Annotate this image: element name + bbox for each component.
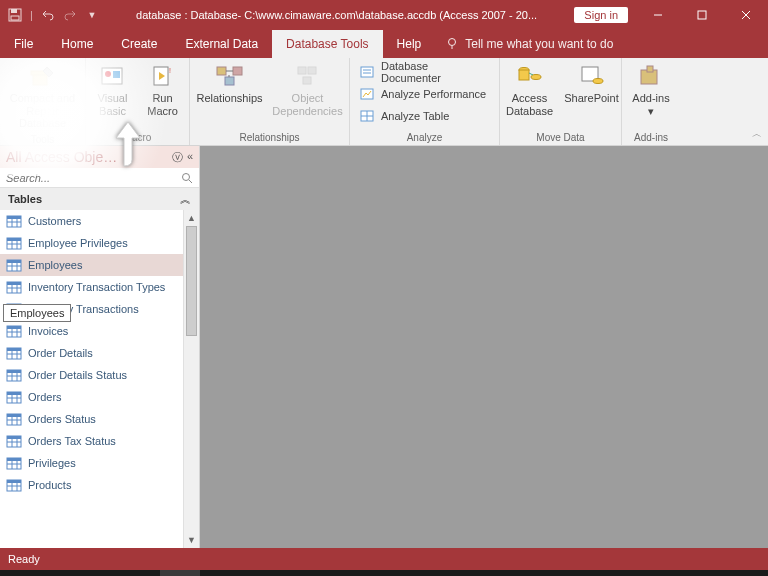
run-macro-button[interactable]: ! Run Macro <box>140 60 186 119</box>
scroll-down-icon[interactable]: ▼ <box>184 532 199 548</box>
table-label: Orders Status <box>28 413 96 425</box>
svg-rect-37 <box>647 66 653 72</box>
tab-create[interactable]: Create <box>107 30 171 58</box>
scroll-up-icon[interactable]: ▲ <box>184 210 199 226</box>
ribbon-group-label: Tools <box>31 132 54 147</box>
table-item[interactable]: Employee Privileges <box>0 232 183 254</box>
undo-icon[interactable] <box>39 6 57 24</box>
navpane-group-label: Tables <box>8 193 42 205</box>
ribbon-group-label: Macro <box>124 130 152 145</box>
search-icon[interactable] <box>181 172 193 184</box>
table-label: Employee Privileges <box>28 237 128 249</box>
compact-repair-button[interactable]: Compact and Repair Database <box>4 60 82 132</box>
object-dependencies-icon <box>293 62 323 90</box>
task-view-button[interactable] <box>40 570 80 576</box>
scroll-thumb[interactable] <box>186 226 197 336</box>
lightbulb-icon <box>445 37 459 51</box>
compact-repair-label: Compact and Repair Database <box>6 92 80 130</box>
table-icon <box>6 456 22 470</box>
action-center-button[interactable]: 1 <box>734 570 768 576</box>
svg-rect-24 <box>361 67 373 77</box>
analyze-performance-label: Analyze Performance <box>381 88 486 100</box>
tab-database-tools[interactable]: Database Tools <box>272 30 383 58</box>
svg-rect-23 <box>303 77 311 84</box>
save-icon[interactable] <box>6 6 24 24</box>
sharepoint-button[interactable]: SharePoint <box>563 60 621 107</box>
svg-rect-32 <box>519 70 529 80</box>
table-item[interactable]: Invoices <box>0 320 183 342</box>
visual-basic-icon <box>98 62 128 90</box>
ribbon-group-move-data: Access Database SharePoint Move Data <box>500 58 622 145</box>
addins-label: Add-ins ▾ <box>629 92 673 117</box>
ribbon: Compact and Repair Database Tools Visual… <box>0 58 768 146</box>
ribbon-group-macro: Visual Basic ! Run Macro Macro <box>86 58 190 145</box>
svg-rect-96 <box>7 458 21 461</box>
access-app-button[interactable]: A <box>160 570 200 576</box>
close-button[interactable] <box>724 0 768 30</box>
collapse-group-icon[interactable]: ︽ <box>180 192 191 207</box>
svg-rect-76 <box>7 370 21 373</box>
access-database-label: Access Database <box>503 92 557 117</box>
ribbon-tabs: File Home Create External Data Database … <box>0 30 768 58</box>
table-item[interactable]: Order Details Status <box>0 364 183 386</box>
table-item[interactable]: Products <box>0 474 183 496</box>
addins-icon <box>636 62 666 90</box>
maximize-button[interactable] <box>680 0 724 30</box>
collapse-ribbon-icon[interactable]: ︿ <box>752 127 762 141</box>
svg-rect-86 <box>7 414 21 417</box>
tell-me-label: Tell me what you want to do <box>465 37 613 51</box>
tab-external-data[interactable]: External Data <box>171 30 272 58</box>
table-item[interactable]: Customers <box>0 210 183 232</box>
navpane-collapse-icon[interactable]: « <box>187 150 193 165</box>
tab-file[interactable]: File <box>0 30 47 58</box>
tab-home[interactable]: Home <box>47 30 107 58</box>
tab-help[interactable]: Help <box>383 30 436 58</box>
ribbon-group-label: Relationships <box>239 130 299 145</box>
qat-dropdown-icon[interactable]: ▼ <box>83 6 101 24</box>
visual-basic-button[interactable]: Visual Basic <box>90 60 136 119</box>
navpane-search[interactable] <box>0 168 199 188</box>
table-item[interactable]: Inventory Transaction Types <box>0 276 183 298</box>
minimize-button[interactable] <box>636 0 680 30</box>
svg-rect-46 <box>7 238 21 241</box>
navpane-group-header[interactable]: Tables ︽ <box>0 188 199 210</box>
tell-me-search[interactable]: Tell me what you want to do <box>435 30 623 58</box>
svg-rect-81 <box>7 392 21 395</box>
table-icon <box>6 412 22 426</box>
analyze-table-button[interactable]: Analyze Table <box>360 106 489 126</box>
file-explorer-button[interactable] <box>80 570 120 576</box>
database-documenter-label: Database Documenter <box>381 60 489 84</box>
navpane-header[interactable]: All Access Obje… ⓥ « <box>0 146 199 168</box>
relationships-button[interactable]: Relationships <box>194 60 266 107</box>
search-input[interactable] <box>6 172 181 184</box>
table-icon <box>6 214 22 228</box>
table-item[interactable]: Privileges <box>0 452 183 474</box>
relationships-icon <box>215 62 245 90</box>
start-button[interactable] <box>0 570 40 576</box>
database-documenter-button[interactable]: Database Documenter <box>360 62 489 82</box>
table-label: Orders Tax Status <box>28 435 116 447</box>
signin-button[interactable]: Sign in <box>574 7 628 23</box>
sharepoint-icon <box>577 62 607 90</box>
navpane-dropdown-icon[interactable]: ⓥ <box>172 150 183 165</box>
table-item[interactable]: Orders <box>0 386 183 408</box>
table-label: Customers <box>28 215 81 227</box>
access-database-button[interactable]: Access Database <box>501 60 559 119</box>
content-area: All Access Obje… ⓥ « Tables ︽ CustomersE… <box>0 146 768 548</box>
scrollbar[interactable]: ▲ ▼ <box>183 210 199 548</box>
table-item[interactable]: Order Details <box>0 342 183 364</box>
sharepoint-label: SharePoint <box>564 92 618 105</box>
navpane-list: CustomersEmployee PrivilegesEmployeesInv… <box>0 210 199 548</box>
table-item[interactable]: Orders Tax Status <box>0 430 183 452</box>
table-icon <box>6 280 22 294</box>
chrome-button[interactable] <box>120 570 160 576</box>
analyze-performance-button[interactable]: Analyze Performance <box>360 84 489 104</box>
redo-icon[interactable] <box>61 6 79 24</box>
app-button[interactable] <box>200 570 240 576</box>
table-item[interactable]: Orders Status <box>0 408 183 430</box>
svg-rect-2 <box>11 16 19 20</box>
svg-point-35 <box>593 79 603 84</box>
table-item[interactable]: Employees <box>0 254 183 276</box>
addins-button[interactable]: Add-ins ▾ <box>627 60 675 119</box>
svg-rect-21 <box>298 67 306 74</box>
